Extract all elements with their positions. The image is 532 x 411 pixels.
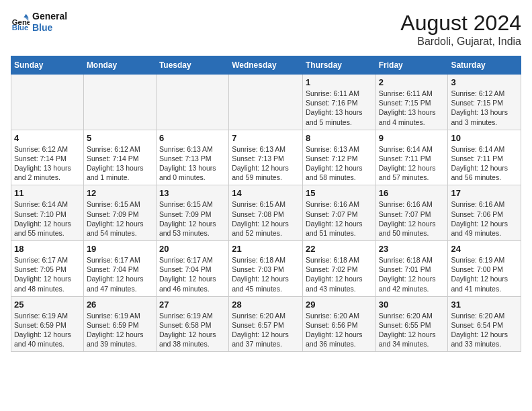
day-number: 31 <box>451 300 518 310</box>
column-header-friday: Friday <box>375 56 448 75</box>
day-info: Sunrise: 6:17 AM Sunset: 7:05 PM Dayligh… <box>14 255 81 293</box>
calendar-week-row: 4Sunrise: 6:12 AM Sunset: 7:14 PM Daylig… <box>11 130 521 185</box>
calendar-cell: 29Sunrise: 6:20 AM Sunset: 6:56 PM Dayli… <box>302 296 375 352</box>
calendar-cell: 25Sunrise: 6:19 AM Sunset: 6:59 PM Dayli… <box>11 296 84 352</box>
page-header: General Blue General Blue August 2024 Ba… <box>11 11 521 48</box>
calendar-cell <box>229 75 303 130</box>
day-info: Sunrise: 6:17 AM Sunset: 7:04 PM Dayligh… <box>87 255 153 293</box>
logo: General Blue General Blue <box>11 11 67 34</box>
day-info: Sunrise: 6:19 AM Sunset: 6:59 PM Dayligh… <box>14 311 81 349</box>
day-number: 25 <box>14 300 81 310</box>
calendar-title: August 2024 <box>400 11 521 36</box>
column-header-tuesday: Tuesday <box>156 56 228 75</box>
day-number: 28 <box>232 300 300 310</box>
calendar-cell: 16Sunrise: 6:16 AM Sunset: 7:07 PM Dayli… <box>375 185 448 241</box>
column-header-sunday: Sunday <box>11 56 84 75</box>
day-number: 15 <box>306 188 373 198</box>
day-info: Sunrise: 6:18 AM Sunset: 7:02 PM Dayligh… <box>306 255 373 293</box>
calendar-cell: 21Sunrise: 6:18 AM Sunset: 7:03 PM Dayli… <box>229 241 303 297</box>
day-info: Sunrise: 6:17 AM Sunset: 7:04 PM Dayligh… <box>159 255 226 293</box>
calendar-cell: 18Sunrise: 6:17 AM Sunset: 7:05 PM Dayli… <box>11 241 84 297</box>
calendar-cell: 6Sunrise: 6:13 AM Sunset: 7:13 PM Daylig… <box>156 130 228 185</box>
day-number: 4 <box>14 133 81 143</box>
day-info: Sunrise: 6:11 AM Sunset: 7:16 PM Dayligh… <box>306 89 373 127</box>
day-info: Sunrise: 6:20 AM Sunset: 6:55 PM Dayligh… <box>379 311 445 349</box>
calendar-cell: 14Sunrise: 6:15 AM Sunset: 7:08 PM Dayli… <box>229 185 303 241</box>
day-number: 11 <box>14 188 81 198</box>
calendar-cell: 9Sunrise: 6:14 AM Sunset: 7:11 PM Daylig… <box>375 130 448 185</box>
calendar-cell: 11Sunrise: 6:14 AM Sunset: 7:10 PM Dayli… <box>11 185 84 241</box>
day-info: Sunrise: 6:20 AM Sunset: 6:57 PM Dayligh… <box>232 311 300 349</box>
calendar-cell: 15Sunrise: 6:16 AM Sunset: 7:07 PM Dayli… <box>302 185 375 241</box>
calendar-cell: 3Sunrise: 6:12 AM Sunset: 7:15 PM Daylig… <box>448 75 521 130</box>
calendar-cell: 13Sunrise: 6:15 AM Sunset: 7:09 PM Dayli… <box>156 185 228 241</box>
day-number: 20 <box>159 244 226 254</box>
day-number: 3 <box>451 77 518 87</box>
calendar-week-row: 18Sunrise: 6:17 AM Sunset: 7:05 PM Dayli… <box>11 241 521 297</box>
day-info: Sunrise: 6:19 AM Sunset: 6:59 PM Dayligh… <box>87 311 153 349</box>
calendar-header-row: SundayMondayTuesdayWednesdayThursdayFrid… <box>11 56 521 75</box>
day-number: 22 <box>306 244 373 254</box>
calendar-cell: 27Sunrise: 6:19 AM Sunset: 6:58 PM Dayli… <box>156 296 228 352</box>
day-info: Sunrise: 6:18 AM Sunset: 7:01 PM Dayligh… <box>379 255 445 293</box>
calendar-cell: 28Sunrise: 6:20 AM Sunset: 6:57 PM Dayli… <box>229 296 303 352</box>
day-number: 19 <box>87 244 153 254</box>
title-block: August 2024 Bardoli, Gujarat, India <box>400 11 521 48</box>
logo-icon: General Blue <box>11 13 30 32</box>
day-number: 6 <box>159 133 226 143</box>
svg-marker-2 <box>24 14 28 17</box>
day-info: Sunrise: 6:15 AM Sunset: 7:09 PM Dayligh… <box>159 199 226 238</box>
calendar-cell: 20Sunrise: 6:17 AM Sunset: 7:04 PM Dayli… <box>156 241 228 297</box>
day-info: Sunrise: 6:20 AM Sunset: 6:56 PM Dayligh… <box>306 311 373 349</box>
day-info: Sunrise: 6:14 AM Sunset: 7:11 PM Dayligh… <box>379 144 445 183</box>
calendar-cell: 2Sunrise: 6:11 AM Sunset: 7:15 PM Daylig… <box>375 75 448 130</box>
calendar-cell: 31Sunrise: 6:20 AM Sunset: 6:54 PM Dayli… <box>448 296 521 352</box>
calendar-cell: 10Sunrise: 6:14 AM Sunset: 7:11 PM Dayli… <box>448 130 521 185</box>
calendar-cell: 30Sunrise: 6:20 AM Sunset: 6:55 PM Dayli… <box>375 296 448 352</box>
day-info: Sunrise: 6:12 AM Sunset: 7:14 PM Dayligh… <box>87 144 153 183</box>
svg-text:Blue: Blue <box>12 24 29 32</box>
day-number: 23 <box>379 244 445 254</box>
day-info: Sunrise: 6:12 AM Sunset: 7:14 PM Dayligh… <box>14 144 81 183</box>
calendar-cell: 26Sunrise: 6:19 AM Sunset: 6:59 PM Dayli… <box>83 296 156 352</box>
day-info: Sunrise: 6:13 AM Sunset: 7:12 PM Dayligh… <box>306 144 373 183</box>
day-number: 7 <box>232 133 300 143</box>
calendar-week-row: 11Sunrise: 6:14 AM Sunset: 7:10 PM Dayli… <box>11 185 521 241</box>
day-info: Sunrise: 6:16 AM Sunset: 7:07 PM Dayligh… <box>379 199 445 238</box>
day-info: Sunrise: 6:12 AM Sunset: 7:15 PM Dayligh… <box>451 89 518 127</box>
day-info: Sunrise: 6:16 AM Sunset: 7:06 PM Dayligh… <box>451 199 518 238</box>
calendar-week-row: 25Sunrise: 6:19 AM Sunset: 6:59 PM Dayli… <box>11 296 521 352</box>
calendar-cell: 1Sunrise: 6:11 AM Sunset: 7:16 PM Daylig… <box>302 75 375 130</box>
day-number: 29 <box>306 300 373 310</box>
calendar-week-row: 1Sunrise: 6:11 AM Sunset: 7:16 PM Daylig… <box>11 75 521 130</box>
day-number: 16 <box>379 188 445 198</box>
day-info: Sunrise: 6:20 AM Sunset: 6:54 PM Dayligh… <box>451 311 518 349</box>
day-number: 30 <box>379 300 445 310</box>
calendar-cell: 19Sunrise: 6:17 AM Sunset: 7:04 PM Dayli… <box>83 241 156 297</box>
day-info: Sunrise: 6:13 AM Sunset: 7:13 PM Dayligh… <box>159 144 226 183</box>
calendar-cell: 17Sunrise: 6:16 AM Sunset: 7:06 PM Dayli… <box>448 185 521 241</box>
day-number: 9 <box>379 133 445 143</box>
day-number: 26 <box>87 300 153 310</box>
day-number: 21 <box>232 244 300 254</box>
calendar-subtitle: Bardoli, Gujarat, India <box>400 36 521 48</box>
calendar-cell <box>156 75 228 130</box>
day-number: 1 <box>306 77 373 87</box>
calendar-cell: 22Sunrise: 6:18 AM Sunset: 7:02 PM Dayli… <box>302 241 375 297</box>
column-header-monday: Monday <box>83 56 156 75</box>
column-header-saturday: Saturday <box>448 56 521 75</box>
day-info: Sunrise: 6:19 AM Sunset: 6:58 PM Dayligh… <box>159 311 226 349</box>
calendar-cell: 8Sunrise: 6:13 AM Sunset: 7:12 PM Daylig… <box>302 130 375 185</box>
calendar-cell <box>83 75 156 130</box>
day-number: 5 <box>87 133 153 143</box>
calendar-cell: 23Sunrise: 6:18 AM Sunset: 7:01 PM Dayli… <box>375 241 448 297</box>
calendar-cell: 12Sunrise: 6:15 AM Sunset: 7:09 PM Dayli… <box>83 185 156 241</box>
day-number: 18 <box>14 244 81 254</box>
day-number: 2 <box>379 77 445 87</box>
day-number: 24 <box>451 244 518 254</box>
day-info: Sunrise: 6:15 AM Sunset: 7:08 PM Dayligh… <box>232 199 300 238</box>
calendar-cell: 5Sunrise: 6:12 AM Sunset: 7:14 PM Daylig… <box>83 130 156 185</box>
calendar-table: SundayMondayTuesdayWednesdayThursdayFrid… <box>11 56 521 352</box>
day-number: 14 <box>232 188 300 198</box>
day-number: 8 <box>306 133 373 143</box>
